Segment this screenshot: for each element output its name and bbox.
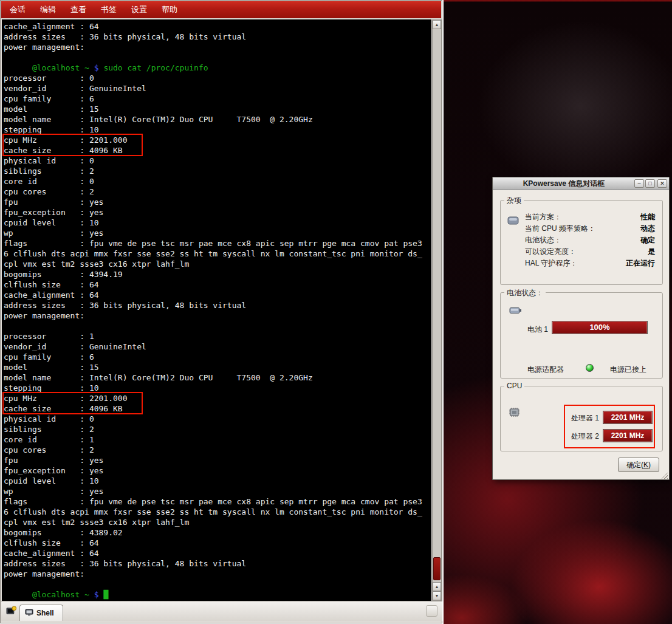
terminal-line: cpl vmx est tm2 ssse3 cx16 xtpr lahf_lm [4,259,431,269]
cpu-frequency-bar: 2201 MHz [603,429,653,442]
tab-bar: Shell [1,601,442,621]
terminal-line: address sizes : 36 bits physical, 48 bit… [4,300,431,310]
info-value: 确定 [640,235,655,245]
terminal-line: clflush size : 64 [4,279,431,290]
group-misc-title: 杂项 [504,196,524,206]
terminal-line [4,52,431,63]
terminal-screen[interactable]: cache_alignment : 64address sizes : 36 b… [2,19,431,601]
scroll-down-icon[interactable]: ▼ [433,591,441,600]
dialog-body: 杂项 当前方案：性能当前 CPU 频率策略：动态电池状态：确定可以设定亮度：是H… [493,190,669,480]
info-row: 当前 CPU 频率策略：动态 [501,223,662,235]
terminal-line: flags : fpu vme de pse tsc msr pae mce c… [4,496,431,507]
terminal-line: fpu : yes [4,455,431,465]
battery-label: 电池 1 [527,324,548,335]
terminal-output: cache_alignment : 64address sizes : 36 b… [4,21,431,600]
group-battery: 电池状态： 电池 1 100% 电源适配器 电源已接上 [500,292,663,379]
terminal-line: siblings : 2 [4,424,431,434]
tab-shell[interactable]: Shell [19,605,63,621]
info-label: 可以设定亮度： [525,247,576,257]
new-session-icon [6,606,16,619]
menu-item[interactable]: 书签 [94,1,124,18]
terminal-line: power management: [4,569,431,579]
info-value: 性能 [640,212,655,222]
terminal-line: wp : yes [4,486,431,496]
info-row: HAL 守护程序：正在运行 [501,258,662,269]
terminal-highlight-box [2,392,143,414]
terminal-line: flags : fpu vme de pse tsc msr pae mce c… [4,238,431,249]
terminal-line: cpuid level : 10 [4,476,431,486]
terminal-line: cache_alignment : 64 [4,290,431,300]
cpu-rows: 处理器 12201 MHz处理器 22201 MHz [501,406,662,442]
maximize-icon[interactable]: □ [645,179,655,188]
minimize-icon[interactable]: – [634,179,644,188]
battery-percent: 100% [589,323,609,332]
cpu-frequency-bar: 2201 MHz [603,411,653,424]
terminal-scrollbar[interactable]: ▲ ▲ ▼ [432,19,442,601]
resize-grip[interactable] [660,471,668,479]
terminal-highlight-box [2,134,143,156]
menu-item[interactable]: 编辑 [33,1,63,18]
terminal-line: physical id : 0 [4,414,431,424]
terminal-line: model : 15 [4,104,431,114]
info-label: 电池状态： [525,235,561,245]
terminal-menubar: 会话编辑查看书签设置帮助 [1,1,441,18]
kpowersave-dialog: KPowersave 信息对话框 – □ ✕ 杂项 当前方案：性能当前 CPU … [492,177,670,480]
terminal-line: model : 15 [4,362,431,372]
info-label: 当前 CPU 频率策略： [525,224,595,234]
dialog-titlebar[interactable]: KPowersave 信息对话框 – □ ✕ [493,177,669,190]
group-misc: 杂项 当前方案：性能当前 CPU 频率策略：动态电池状态：确定可以设定亮度：是H… [500,200,663,285]
power-led-icon [586,364,594,372]
terminal-line: cpu cores : 2 [4,445,431,455]
terminal-line: 6 clflush dts acpi mmx fxsr sse sse2 ss … [4,249,431,259]
terminal-line: cache_alignment : 64 [4,21,431,32]
terminal-line: cpu family : 6 [4,94,431,104]
terminal-line: @localhost ~ $ sudo cat /proc/cpuinfo [4,63,431,73]
terminal-line: cpu cores : 2 [4,187,431,197]
menu-item[interactable]: 帮助 [154,1,185,18]
info-value: 是 [648,247,655,257]
menu-item[interactable]: 查看 [63,1,94,18]
terminal-line: core id : 0 [4,176,431,187]
terminal-line: 6 clflush dts acpi mmx fxsr sse sse2 ss … [4,507,431,517]
info-value: 动态 [640,224,655,234]
adapter-label: 电源适配器 [527,365,564,375]
terminal-line: cpu family : 6 [4,352,431,362]
terminal-window: 会话编辑查看书签设置帮助 cache_alignment : 64address… [0,0,442,623]
terminal-line: bogomips : 4389.02 [4,527,431,538]
group-cpu-title: CPU [504,382,524,390]
group-cpu: CPU 处理器 12201 MHz处理器 22201 MHz [500,386,663,451]
terminal-line: clflush size : 64 [4,538,431,548]
scheme-icon [507,215,520,228]
new-session-button[interactable] [4,605,18,619]
info-row: 电池状态：确定 [501,235,662,246]
scrollbar-thumb[interactable] [433,557,441,580]
battery-progressbar: 100% [552,321,648,334]
shell-icon [25,609,33,618]
scroll-up-icon[interactable]: ▲ [433,20,441,29]
battery-icon [509,306,523,317]
terminal-line: cpl vmx est tm2 ssse3 cx16 xtpr lahf_lm [4,517,431,527]
terminal-line [4,579,431,589]
terminal-line: power management: [4,42,431,52]
ok-label-pre: 确定( [626,461,643,469]
terminal-line: cpuid level : 10 [4,218,431,228]
info-label: 当前方案： [525,212,561,222]
terminal-line: @localhost ~ $ █ [4,589,431,600]
terminal-line: wp : yes [4,228,431,238]
close-icon[interactable]: ✕ [657,179,667,188]
terminal-line: cache_alignment : 64 [4,548,431,558]
terminal-line: processor : 0 [4,73,431,83]
info-row: 当前方案：性能 [501,211,662,223]
menu-item[interactable]: 会话 [2,1,33,18]
terminal-line: vendor_id : GenuineIntel [4,83,431,94]
terminal-line: vendor_id : GenuineIntel [4,341,431,352]
dialog-title: KPowersave 信息对话框 [495,179,633,189]
ok-button[interactable]: 确定(K) [618,458,659,472]
menu-item[interactable]: 设置 [124,1,154,18]
group-battery-title: 电池状态： [504,288,546,298]
tab-list-button[interactable] [426,605,437,617]
terminal-line: address sizes : 36 bits physical, 48 bit… [4,32,431,42]
info-value: 正在运行 [626,258,655,269]
scroll-up-icon-bottom[interactable]: ▲ [433,582,441,591]
terminal-line: address sizes : 36 bits physical, 48 bit… [4,558,431,569]
